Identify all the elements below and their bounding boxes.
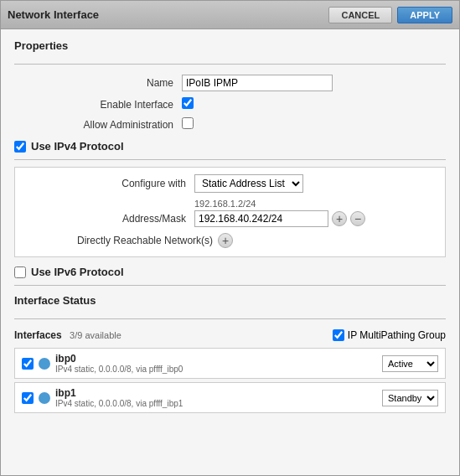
interface-ibp0-status: Active Standby	[382, 355, 438, 372]
allow-admin-label: Allow Administration	[14, 119, 182, 131]
add-address-button[interactable]: +	[332, 211, 347, 226]
interface-item-ibp1: ibp1 IPv4 static, 0.0.0.0/8, via pffff_i…	[14, 382, 446, 413]
interface-ibp1-name: ibp1	[55, 387, 382, 399]
address-mask-row: Address/Mask + −	[27, 210, 433, 227]
interface-ibp1-icon	[39, 392, 50, 404]
remove-address-button[interactable]: −	[350, 211, 365, 226]
interface-ibp1-status-select[interactable]: Active Standby	[382, 390, 438, 406]
configure-with-field: Static Address List DHCP	[194, 174, 433, 193]
enable-interface-row: Enable Interface	[14, 97, 446, 111]
properties-title: Properties	[14, 39, 446, 55]
ipv4-checkbox[interactable]	[14, 141, 26, 153]
ip-multipathing-group: IP MultiPathing Group	[333, 329, 446, 341]
ipv6-section: Use IPv6 Protocol	[14, 266, 446, 286]
interface-ibp0-info: ibp0 IPv4 static, 0.0.0.0/8, via pffff_i…	[55, 353, 382, 374]
ipv6-label: Use IPv6 Protocol	[31, 266, 124, 278]
titlebar: Network Interface CANCEL APPLY	[1, 1, 459, 29]
ip-multipathing-label: IP MultiPathing Group	[348, 329, 446, 341]
ipv4-header: Use IPv4 Protocol	[14, 140, 446, 153]
interface-status-title: Interface Status	[14, 294, 446, 310]
cancel-button[interactable]: CANCEL	[328, 7, 392, 23]
window: Network Interface CANCEL APPLY Propertie…	[0, 0, 460, 476]
enable-interface-checkbox[interactable]	[182, 97, 194, 109]
enable-interface-field	[182, 97, 446, 111]
allow-admin-checkbox[interactable]	[182, 117, 194, 129]
interface-ibp1-info: ibp1 IPv4 static, 0.0.0.0/8, via pffff_i…	[55, 387, 382, 408]
ipv4-label: Use IPv4 Protocol	[31, 140, 124, 153]
allow-admin-row: Allow Administration	[14, 117, 446, 132]
configure-with-label: Configure with	[27, 178, 194, 189]
name-input[interactable]	[182, 75, 333, 91]
interface-status-section: Interface Status Interfaces 3/9 availabl…	[14, 294, 446, 413]
ipv6-checkbox[interactable]	[14, 266, 26, 278]
interface-ibp0-name: ibp0	[55, 353, 382, 365]
name-row: Name	[14, 75, 446, 91]
interfaces-header: Interfaces 3/9 available IP MultiPathing…	[14, 329, 446, 341]
content-area: Properties Name Enable Interface Allow A…	[1, 29, 459, 475]
configure-with-row: Configure with Static Address List DHCP	[27, 174, 433, 193]
configure-with-select[interactable]: Static Address List DHCP	[194, 174, 303, 193]
apply-button[interactable]: APPLY	[397, 7, 452, 23]
interface-item-ibp0: ibp0 IPv4 static, 0.0.0.0/8, via pffff_i…	[14, 348, 446, 379]
interface-ibp1-checkbox[interactable]	[22, 392, 34, 404]
directly-reachable-label: Directly Reachable Network(s)	[77, 235, 213, 246]
interfaces-label: Interfaces	[14, 329, 62, 341]
address-mask-field: + −	[194, 210, 433, 227]
interface-ibp0-checkbox[interactable]	[22, 358, 34, 370]
name-label: Name	[14, 77, 182, 89]
name-field-container	[182, 75, 446, 91]
window-title: Network Interface	[8, 8, 99, 21]
interface-ibp0-icon	[39, 358, 50, 370]
ipv6-header: Use IPv6 Protocol	[14, 266, 446, 278]
add-network-button[interactable]: +	[218, 233, 233, 248]
enable-interface-label: Enable Interface	[14, 99, 182, 111]
ip-multipathing-checkbox[interactable]	[333, 329, 344, 341]
titlebar-buttons: CANCEL APPLY	[328, 7, 452, 23]
ipv4-section: Use IPv4 Protocol Configure with Static …	[14, 140, 446, 257]
address-hint: 192.168.1.2/24	[194, 199, 256, 209]
interface-ibp1-desc: IPv4 static, 0.0.0.0/8, via pffff_ibp1	[55, 399, 382, 408]
address-mask-label: Address/Mask	[27, 213, 194, 225]
interface-ibp0-status-select[interactable]: Active Standby	[382, 355, 438, 372]
address-hint-row: 192.168.1.2/24	[27, 199, 433, 209]
allow-admin-field	[182, 117, 446, 132]
properties-section: Properties Name Enable Interface Allow A…	[14, 39, 446, 132]
directly-reachable-row: Directly Reachable Network(s) +	[77, 233, 433, 248]
interfaces-count: 3/9 available	[70, 330, 121, 340]
interface-ibp1-status: Active Standby	[382, 390, 438, 406]
ipv4-content: Configure with Static Address List DHCP …	[14, 167, 446, 257]
address-mask-input[interactable]	[194, 210, 328, 227]
interfaces-title-area: Interfaces 3/9 available	[14, 329, 121, 341]
interface-ibp0-desc: IPv4 static, 0.0.0.0/8, via pffff_ibp0	[55, 365, 382, 374]
